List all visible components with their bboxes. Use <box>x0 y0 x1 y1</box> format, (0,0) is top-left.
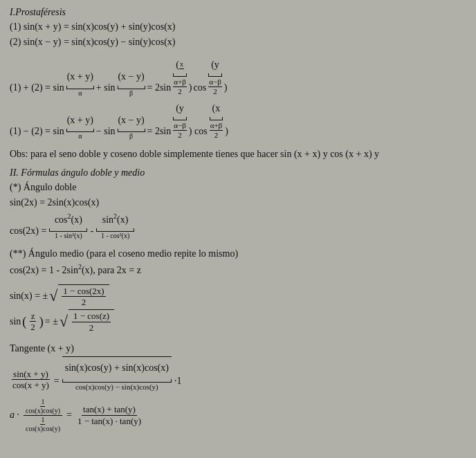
formula-1: (1) sin(x + y) = sin(x)cos(y) + sin(y)co… <box>10 19 466 34</box>
angle-doble-label: (*) Ángulo doble <box>10 180 466 194</box>
section-title-1: I.Prostaféresis <box>10 7 466 18</box>
underbrace-x-frac2: (x α+β 2 <box>210 100 223 140</box>
underbrace-x-minus-y: (x − y) β <box>118 68 145 96</box>
cos2x-identity: cos(2x) = 1 - 2sin2(x), para 2x = z <box>10 262 466 277</box>
underbrace-x-plus-y: (x + y) α <box>66 68 94 96</box>
underbrace-x-frac1: ( x α+β 2 <box>173 56 187 97</box>
underbrace-tan-num: sin(x)cos(y) + sin(x)cos(x) cos(x)cos(y)… <box>62 356 172 391</box>
underbrace-x-plus-y-2: (x + y) α <box>66 111 94 140</box>
tan-final: a · 1 cos(x)cos(y) 1 cos(x)cos(y) = <box>10 398 466 433</box>
formula-3: (1) + (2) = sin (x + y) α + sin (x − y) … <box>10 56 466 97</box>
cos2x: cos(2x) = cos2(x) 1 - sin²(x) - sin2(x) … <box>10 210 466 239</box>
sinx-sqrt: sin(x) = ± √ 1 − cos(2x) 2 <box>10 284 466 309</box>
underbrace-sin2: sin2(x) 1 - cos²(x) <box>96 210 134 239</box>
section-prostaferesis: I.Prostaféresis (1) sin(x + y) = sin(x)c… <box>10 7 466 161</box>
underbrace-y-frac2: (y α−β 2 <box>173 100 187 140</box>
obs-text: Obs: para el seno doble y coseno doble s… <box>10 147 466 161</box>
formula-4: (1) − (2) = sin (x + y) α − sin (x − y) … <box>10 100 466 140</box>
sqrt-2: √ 1 − cos(z) 2 <box>60 309 114 333</box>
underbrace-cos2: cos2(x) 1 - sin²(x) <box>49 210 87 239</box>
underbrace-x-minus-y-2: (x − y) β <box>118 111 145 140</box>
formula-2: (2) sin(x − y) = sin(x)cos(y) − sin(y)co… <box>10 35 466 49</box>
tan-formula: sin(x + y) cos(x + y) = sin(x)cos(y) + s… <box>10 356 466 391</box>
section-double-angle: II. Fórmulas ángulo doble y medio (*) Án… <box>10 167 466 433</box>
sin2x: sin(2x) = 2sin(x)cos(x) <box>10 195 466 210</box>
tangente-label: Tangente (x + y) <box>10 341 466 356</box>
underbrace-y-frac1: (y α−β 2 <box>208 56 222 97</box>
sinz2-sqrt: sin ( z 2 ) = ± √ 1 − cos(z) 2 <box>10 309 466 334</box>
sqrt-1: √ 1 − cos(2x) 2 <box>49 284 109 309</box>
angle-medio-label: (**) Ángulo medio (para el coseno medio … <box>10 246 466 261</box>
section-title-2: II. Fórmulas ángulo doble y medio <box>10 167 466 178</box>
page-content: I.Prostaféresis (1) sin(x + y) = sin(x)c… <box>10 7 466 433</box>
